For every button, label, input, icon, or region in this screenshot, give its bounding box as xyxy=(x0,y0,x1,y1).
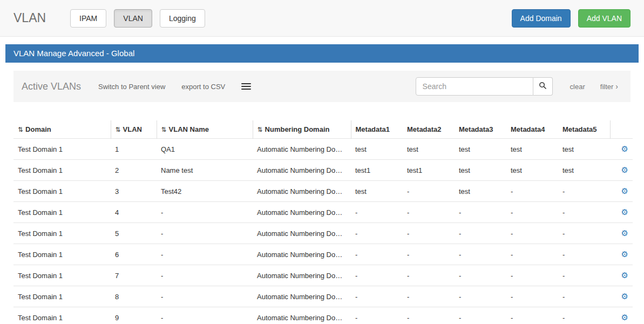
table-body: Test Domain 11QA1Automatic Numbering Dom… xyxy=(13,139,633,324)
vlan-table: ⇅Domain⇅VLAN⇅VLAN Name⇅Numbering DomainM… xyxy=(13,120,633,324)
active-vlans-title: Active VLANs xyxy=(22,81,81,92)
page-title: VLAN xyxy=(13,11,46,25)
tab-vlan[interactable]: VLAN xyxy=(114,9,152,28)
cell-metadata1: test1 xyxy=(351,160,403,181)
column-header-label: Numbering Domain xyxy=(265,125,330,133)
table-row: Test Domain 15-Automatic Numbering Doma…… xyxy=(13,223,633,244)
cell-domain: Test Domain 1 xyxy=(13,244,111,265)
topbar: VLAN IPAM VLAN Logging Add Domain Add VL… xyxy=(0,0,644,37)
table-row: Test Domain 12Name testAutomatic Numberi… xyxy=(13,160,633,181)
table-row: Test Domain 16-Automatic Numbering Doma…… xyxy=(13,244,633,265)
cell-metadata4: - xyxy=(506,286,558,307)
cell-metadata5: - xyxy=(558,286,610,307)
clear-link[interactable]: clear xyxy=(570,83,585,91)
cell-actions: ⚙ xyxy=(610,223,633,244)
add-vlan-button[interactable]: Add VLAN xyxy=(578,9,631,28)
cell-domain: Test Domain 1 xyxy=(13,307,111,324)
cell-domain: Test Domain 1 xyxy=(13,139,111,160)
filter-link[interactable]: filter› xyxy=(600,82,618,91)
cell-vlan: 6 xyxy=(111,244,157,265)
cell-vlan-name: - xyxy=(157,223,253,244)
gear-icon[interactable]: ⚙ xyxy=(621,292,628,301)
gear-icon[interactable]: ⚙ xyxy=(621,228,628,238)
search-button[interactable] xyxy=(533,77,553,96)
cell-domain: Test Domain 1 xyxy=(13,265,111,286)
column-header-numbering-domain[interactable]: ⇅Numbering Domain xyxy=(253,120,351,139)
cell-metadata3: test xyxy=(455,139,506,160)
cell-numbering-domain: Automatic Numbering Doma… xyxy=(253,223,351,244)
column-header-label: VLAN Name xyxy=(169,125,209,133)
tab-ipam[interactable]: IPAM xyxy=(70,9,106,28)
column-header-metadata5: Metadata5 xyxy=(558,120,610,139)
cell-metadata2: - xyxy=(403,181,455,202)
cell-metadata2: - xyxy=(403,202,455,223)
cell-metadata2: - xyxy=(403,286,455,307)
cell-metadata1: - xyxy=(351,202,403,223)
cell-metadata3: test xyxy=(455,160,506,181)
column-header-actions xyxy=(610,120,633,139)
gear-icon[interactable]: ⚙ xyxy=(621,249,628,259)
cell-vlan: 9 xyxy=(111,307,157,324)
switch-parent-view-link[interactable]: Switch to Parent view xyxy=(98,83,165,91)
cell-metadata1: - xyxy=(351,265,403,286)
search-group xyxy=(416,77,553,96)
table-row: Test Domain 14-Automatic Numbering Doma…… xyxy=(13,202,633,223)
column-header-label: Domain xyxy=(25,125,51,133)
cell-vlan-name: - xyxy=(157,307,253,324)
cell-vlan: 2 xyxy=(111,160,157,181)
table-row: Test Domain 17-Automatic Numbering Doma…… xyxy=(13,265,633,286)
column-header-label: Metadata1 xyxy=(356,125,390,133)
gear-icon[interactable]: ⚙ xyxy=(621,165,628,174)
export-csv-link[interactable]: export to CSV xyxy=(181,83,225,91)
column-header-vlan-name[interactable]: ⇅VLAN Name xyxy=(157,120,253,139)
add-domain-button[interactable]: Add Domain xyxy=(512,9,571,28)
tab-logging[interactable]: Logging xyxy=(160,9,205,28)
cell-metadata1: - xyxy=(351,286,403,307)
cell-vlan: 1 xyxy=(111,139,157,160)
table-row: Test Domain 18-Automatic Numbering Doma…… xyxy=(13,286,633,307)
column-header-label: Metadata2 xyxy=(407,125,442,133)
column-header-vlan[interactable]: ⇅VLAN xyxy=(111,120,157,139)
cell-numbering-domain: Automatic Numbering Doma… xyxy=(253,265,351,286)
cell-metadata5: test xyxy=(558,160,610,181)
cell-metadata3: test xyxy=(455,181,506,202)
cell-metadata1: - xyxy=(351,307,403,324)
gear-icon[interactable]: ⚙ xyxy=(621,271,628,280)
cell-vlan: 7 xyxy=(111,265,157,286)
cell-vlan-name: - xyxy=(157,265,253,286)
column-header-label: VLAN xyxy=(123,125,142,133)
column-header-metadata1: Metadata1 xyxy=(351,120,403,139)
cell-numbering-domain: Automatic Numbering Doma… xyxy=(253,286,351,307)
sort-icon: ⇅ xyxy=(161,126,167,133)
panel-heading: VLAN Manage Advanced - Global xyxy=(5,44,639,63)
gear-icon[interactable]: ⚙ xyxy=(621,144,628,153)
column-header-label: Metadata3 xyxy=(459,125,493,133)
sort-icon: ⇅ xyxy=(18,126,23,133)
cell-metadata2: test1 xyxy=(403,160,455,181)
cell-vlan-name: QA1 xyxy=(157,139,253,160)
cell-metadata1: test xyxy=(351,139,403,160)
cell-metadata5: - xyxy=(558,244,610,265)
search-input[interactable] xyxy=(416,77,533,96)
cell-vlan-name: Test42 xyxy=(157,181,253,202)
cell-metadata4: - xyxy=(506,265,558,286)
gear-icon[interactable]: ⚙ xyxy=(621,186,628,195)
cell-metadata4: - xyxy=(506,202,558,223)
menu-icon[interactable] xyxy=(241,82,251,91)
cell-domain: Test Domain 1 xyxy=(13,181,111,202)
column-header-domain[interactable]: ⇅Domain xyxy=(13,120,111,139)
cell-vlan-name: - xyxy=(157,286,253,307)
cell-numbering-domain: Automatic Numbering Doma… xyxy=(253,307,351,324)
cell-metadata3: - xyxy=(455,244,506,265)
sort-icon: ⇅ xyxy=(257,126,263,133)
cell-metadata5: - xyxy=(558,181,610,202)
sort-icon: ⇅ xyxy=(116,126,121,133)
table-row: Test Domain 19-Automatic Numbering Doma…… xyxy=(13,307,633,324)
table-toolbar: Active VLANs Switch to Parent view expor… xyxy=(13,71,631,102)
gear-icon[interactable]: ⚙ xyxy=(621,207,628,217)
cell-metadata1: - xyxy=(351,244,403,265)
cell-actions: ⚙ xyxy=(610,202,633,223)
cell-metadata3: - xyxy=(455,286,506,307)
topbar-actions: Add Domain Add VLAN xyxy=(512,9,631,28)
gear-icon[interactable]: ⚙ xyxy=(621,313,628,322)
